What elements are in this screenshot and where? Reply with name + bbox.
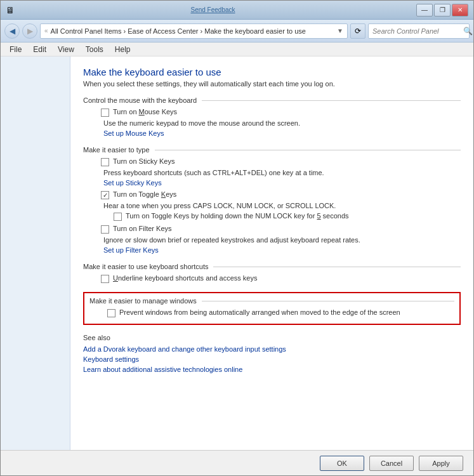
address-text: All Control Panel Items › Ease of Access… <box>51 27 335 35</box>
menu-help[interactable]: Help <box>110 44 136 55</box>
filter-keys-setup-link[interactable]: Set up Filter Keys <box>83 246 461 254</box>
underline-checkbox[interactable] <box>101 275 109 283</box>
shortcuts-header: Make it easier to use keyboard shortcuts <box>83 263 461 270</box>
page-subtitle: When you select these settings, they wil… <box>83 80 461 88</box>
shortcuts-section: Make it easier to use keyboard shortcuts… <box>83 263 461 283</box>
toggle-keys-option-row: Turn on Toggle Keys <box>83 190 461 199</box>
forward-button[interactable]: ▶ <box>22 23 37 39</box>
mouse-keys-checkbox[interactable] <box>101 109 109 117</box>
address-dropdown-icon[interactable]: ▼ <box>337 27 343 34</box>
search-bar[interactable]: 🔍 <box>368 23 470 39</box>
main-content: Make the keyboard easier to use When you… <box>1 56 473 450</box>
sticky-keys-section: Make it easier to type Turn on Sticky Ke… <box>83 146 461 254</box>
prevent-windows-checkbox[interactable] <box>107 309 115 317</box>
refresh-button[interactable]: ⟳ <box>350 23 365 39</box>
windows-section: Make it easier to manage windows Prevent… <box>83 292 461 325</box>
title-bar-buttons: — ❐ ✕ <box>416 4 468 17</box>
mouse-keys-option-row: Turn on Mouse Keys <box>83 108 461 117</box>
address-bar: « All Control Panel Items › Ease of Acce… <box>40 23 348 39</box>
search-input[interactable] <box>372 27 461 35</box>
window-icon: 🖥 <box>6 5 15 15</box>
see-also-assistive-link[interactable]: Learn about additional assistive technol… <box>83 366 461 373</box>
ok-button[interactable]: OK <box>320 456 364 471</box>
menu-file[interactable]: File <box>4 44 27 55</box>
sticky-keys-desc: Press keyboard shortcuts (such as CTRL+A… <box>83 169 461 176</box>
search-icon: 🔍 <box>463 27 473 36</box>
sticky-keys-header: Make it easier to type <box>83 146 461 154</box>
left-panel <box>1 56 70 450</box>
title-bar: 🖥 Send Feedback — ❐ ✕ <box>1 1 473 20</box>
filter-keys-label: Turn on Filter Keys <box>113 225 172 232</box>
mouse-keys-label: Turn on Mouse Keys <box>113 108 177 116</box>
page-title: Make the keyboard easier to use <box>83 67 461 77</box>
apply-button[interactable]: Apply <box>419 456 463 471</box>
toggle-keys-hold-row: Turn on Toggle Keys by holding down the … <box>83 212 461 221</box>
underline-label: Underline keyboard shortcuts and access … <box>113 274 257 282</box>
menu-tools[interactable]: Tools <box>81 44 109 55</box>
main-window: 🖥 Send Feedback — ❐ ✕ ◀ ▶ « All Control … <box>0 0 474 476</box>
filter-keys-checkbox[interactable] <box>101 225 109 234</box>
filter-keys-option-row: Turn on Filter Keys <box>83 225 461 234</box>
content-area: Make the keyboard easier to use When you… <box>70 56 473 450</box>
filter-keys-desc: Ignore or slow down brief or repeated ke… <box>83 236 461 244</box>
underline-option-row: Underline keyboard shortcuts and access … <box>83 274 461 283</box>
mouse-keys-section: Control the mouse with the keyboard Turn… <box>83 96 461 137</box>
minimize-button[interactable]: — <box>416 4 433 17</box>
mouse-keys-header: Control the mouse with the keyboard <box>83 96 461 104</box>
prevent-windows-label: Prevent windows from being automatically… <box>119 308 400 316</box>
bottom-bar: OK Cancel Apply <box>1 450 473 475</box>
mouse-keys-desc: Use the numeric keypad to move the mouse… <box>83 119 461 127</box>
toggle-keys-hold-checkbox[interactable] <box>114 213 122 221</box>
sticky-keys-setup-link[interactable]: Set up Sticky Keys <box>83 179 461 187</box>
title-bar-left: 🖥 <box>6 5 15 15</box>
menu-edit[interactable]: Edit <box>28 44 51 55</box>
back-button[interactable]: ◀ <box>4 23 20 39</box>
cancel-button[interactable]: Cancel <box>369 456 414 471</box>
nav-bar: ◀ ▶ « All Control Panel Items › Ease of … <box>1 20 473 43</box>
mouse-keys-setup-link[interactable]: Set up Mouse Keys <box>83 129 461 137</box>
see-also-section: See also Add a Dvorak keyboard and chang… <box>83 334 461 373</box>
sticky-keys-option-row: Turn on Sticky Keys <box>83 157 461 166</box>
sticky-keys-label: Turn on Sticky Keys <box>113 157 174 165</box>
close-button[interactable]: ✕ <box>452 4 468 17</box>
see-also-title: See also <box>83 334 461 341</box>
see-also-keyboard-link[interactable]: Keyboard settings <box>83 355 461 363</box>
toggle-keys-desc: Hear a tone when you press CAPS LOCK, NU… <box>83 202 461 209</box>
prevent-windows-option-row: Prevent windows from being automatically… <box>89 308 454 317</box>
toggle-keys-label: Turn on Toggle Keys <box>113 190 176 198</box>
toggle-keys-checkbox[interactable] <box>101 191 109 199</box>
menu-bar: File Edit View Tools Help <box>1 43 473 56</box>
menu-view[interactable]: View <box>53 44 79 55</box>
toggle-keys-hold-label: Turn on Toggle Keys by holding down the … <box>126 212 349 220</box>
see-also-dvorak-link[interactable]: Add a Dvorak keyboard and change other k… <box>83 345 461 353</box>
send-feedback-link[interactable]: Send Feedback <box>190 6 235 13</box>
windows-header: Make it easier to manage windows <box>89 297 454 305</box>
address-icon: « <box>44 27 48 34</box>
sticky-keys-checkbox[interactable] <box>101 158 109 166</box>
maximize-button[interactable]: ❐ <box>434 4 451 17</box>
